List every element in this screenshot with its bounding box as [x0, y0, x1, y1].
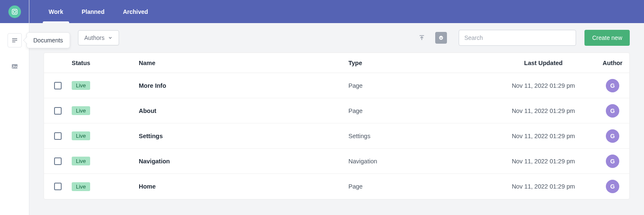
- table-row[interactable]: LiveAboutPageNov 11, 2022 01:29 pmG: [44, 98, 629, 123]
- documents-table: Status Name Type Last Updated Author Liv…: [44, 52, 630, 199]
- status-badge: Live: [72, 182, 90, 191]
- row-type: Page: [348, 108, 491, 114]
- download-button[interactable]: [435, 32, 447, 44]
- col-header-status: Status: [72, 60, 139, 66]
- app-logo[interactable]: [8, 5, 21, 18]
- documents-tooltip: Documents: [26, 32, 70, 48]
- tab-planned[interactable]: Planned: [73, 0, 114, 23]
- row-updated: Nov 11, 2022 01:29 pm: [491, 158, 596, 165]
- table-header-row: Status Name Type Last Updated Author: [44, 53, 629, 73]
- row-checkbox[interactable]: [54, 157, 62, 165]
- author-avatar[interactable]: G: [606, 155, 619, 168]
- top-nav: Work Planned Archived: [29, 0, 644, 23]
- row-type: Navigation: [348, 158, 491, 165]
- logo-icon: [11, 8, 18, 15]
- image-icon: [11, 63, 18, 70]
- status-badge: Live: [72, 157, 90, 165]
- upload-button[interactable]: [416, 32, 428, 44]
- tab-work[interactable]: Work: [39, 0, 73, 23]
- row-updated: Nov 11, 2022 01:29 pm: [491, 133, 596, 139]
- table-row[interactable]: LiveMore InfoPageNov 11, 2022 01:29 pmG: [44, 73, 629, 98]
- sidebar-documents-button[interactable]: Documents: [8, 33, 22, 47]
- row-name: More Info: [139, 82, 348, 89]
- svg-point-8: [439, 36, 443, 39]
- svg-rect-0: [12, 9, 17, 14]
- author-avatar[interactable]: G: [606, 129, 619, 143]
- row-type: Page: [348, 183, 491, 190]
- left-rail: Documents: [0, 0, 29, 215]
- status-badge: Live: [72, 131, 90, 140]
- tab-archived[interactable]: Archived: [114, 0, 157, 23]
- row-checkbox[interactable]: [54, 82, 62, 89]
- create-new-button[interactable]: Create new: [584, 30, 630, 46]
- row-type: Settings: [348, 133, 491, 139]
- upload-icon: [418, 34, 425, 41]
- author-avatar[interactable]: G: [606, 79, 619, 92]
- download-icon: [438, 35, 444, 41]
- search-input[interactable]: [459, 30, 576, 46]
- table-row[interactable]: LiveSettingsSettingsNov 11, 2022 01:29 p…: [44, 123, 629, 149]
- col-header-updated: Last Updated: [491, 60, 596, 66]
- row-type: Page: [348, 82, 491, 89]
- author-avatar[interactable]: G: [606, 180, 619, 193]
- authors-filter-label: Authors: [84, 34, 104, 41]
- status-badge: Live: [72, 81, 90, 90]
- logo-cell: [0, 0, 29, 23]
- table-row[interactable]: LiveHomePageNov 11, 2022 01:29 pmG: [44, 174, 629, 199]
- sidebar-media-button[interactable]: [8, 59, 22, 73]
- row-checkbox[interactable]: [54, 183, 62, 190]
- table-row[interactable]: LiveNavigationNavigationNov 11, 2022 01:…: [44, 149, 629, 174]
- col-header-name: Name: [139, 60, 348, 66]
- status-badge: Live: [72, 106, 90, 115]
- row-name: About: [139, 108, 348, 114]
- row-updated: Nov 11, 2022 01:29 pm: [491, 183, 596, 190]
- row-checkbox[interactable]: [54, 107, 62, 115]
- row-checkbox[interactable]: [54, 132, 62, 140]
- svg-rect-1: [13, 10, 16, 13]
- toolbar: xxxxxx Authors: [29, 23, 644, 52]
- col-header-type: Type: [348, 60, 491, 66]
- row-name: Home: [139, 183, 348, 190]
- col-header-author: Author: [596, 60, 629, 66]
- row-name: Navigation: [139, 158, 348, 165]
- documents-icon: [11, 37, 18, 44]
- author-avatar[interactable]: G: [606, 104, 619, 118]
- row-updated: Nov 11, 2022 01:29 pm: [491, 82, 596, 89]
- row-updated: Nov 11, 2022 01:29 pm: [491, 108, 596, 114]
- chevron-down-icon: [108, 35, 113, 40]
- authors-filter-button[interactable]: Authors: [78, 30, 119, 45]
- row-name: Settings: [139, 133, 348, 139]
